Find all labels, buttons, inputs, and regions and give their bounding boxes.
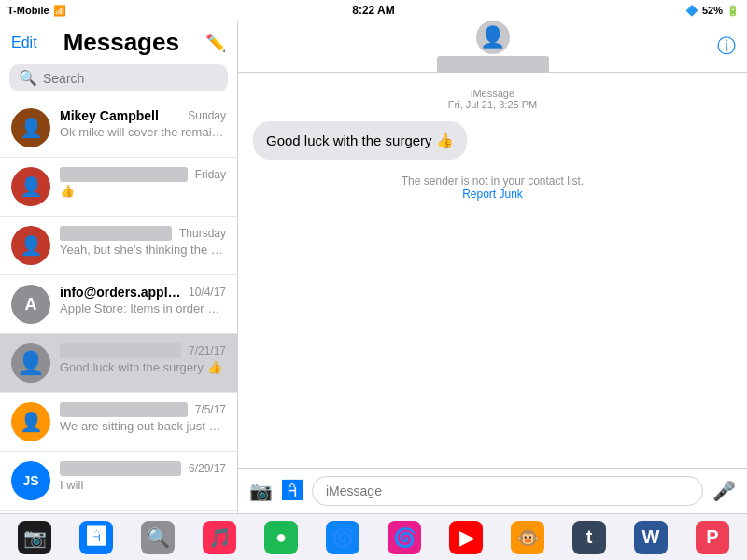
avatar: 👤 xyxy=(11,167,50,206)
conv-content: ██████████████Friday👍 xyxy=(60,167,226,198)
search-icon: 🔍 xyxy=(19,69,37,87)
conversation-item[interactable]: 👤██████████████7/21/17Good luck with the… xyxy=(0,334,237,393)
status-right: 🔷 52% 🔋 xyxy=(685,5,740,17)
conv-time: Friday xyxy=(195,168,226,181)
status-left: T-Mobile 📶 xyxy=(7,5,66,17)
conv-preview: 👍 xyxy=(60,184,226,198)
conv-time: 7/5/17 xyxy=(195,403,226,416)
spotify-dock[interactable]: ● xyxy=(264,521,298,554)
search-dock[interactable]: 🔍 xyxy=(141,521,175,554)
chat-panel: 👤 ⓘ iMessage Fri, Jul 21, 3:25 PM Good l… xyxy=(238,21,747,513)
conversation-item[interactable]: 👤Mikey CampbellSundayOk mike will cover … xyxy=(0,99,237,158)
battery-label: 52% xyxy=(702,5,723,16)
conversation-list: 👤Mikey CampbellSundayOk mike will cover … xyxy=(0,99,237,513)
conv-preview: I will xyxy=(60,478,226,492)
conv-content: Mikey CampbellSundayOk mike will cover t… xyxy=(60,108,226,139)
message-bubble-incoming: Good luck with the surgery 👍 xyxy=(253,121,467,160)
message-time-header: iMessage Fri, Jul 21, 3:25 PM xyxy=(253,88,732,110)
conv-preview: Yeah, but she's thinking the ra... xyxy=(60,243,226,257)
conversation-item[interactable]: JS██████████████6/29/17I will xyxy=(0,452,237,511)
conv-content: ██████████████6/29/17I will xyxy=(60,461,226,492)
conv-content: ██████████████7/21/17Good luck with the … xyxy=(60,343,226,374)
conv-name: ██████████████ xyxy=(60,343,181,358)
avatar: 👤 xyxy=(11,108,50,147)
chat-header: 👤 ⓘ xyxy=(238,21,747,73)
camera-input-button[interactable]: 📷 xyxy=(249,480,273,502)
edit-button[interactable]: Edit xyxy=(11,35,37,51)
carrier-label: T-Mobile xyxy=(7,5,49,16)
pocket-dock[interactable]: P xyxy=(696,521,729,554)
chat-avatar: 👤 xyxy=(476,21,510,54)
conv-name: Mikey Campbell xyxy=(60,108,159,123)
word-dock[interactable]: W xyxy=(634,521,668,554)
search-input[interactable] xyxy=(43,71,218,86)
chat-name-bar xyxy=(437,56,549,73)
avatar: 👤 xyxy=(11,226,50,265)
chat-input-area: 📷 🅰 🎤 xyxy=(238,468,747,513)
tumblr-dock[interactable]: t xyxy=(572,521,606,554)
wifi-icon: 📶 xyxy=(53,5,66,17)
report-junk-text: The sender is not in your contact list. xyxy=(402,175,584,188)
conversation-item[interactable]: 👤██████████████ThursdayYeah, but she's t… xyxy=(0,217,237,275)
browser-dock[interactable]: 🌀 xyxy=(326,521,359,554)
battery-icon: 🔋 xyxy=(726,5,740,17)
conv-content: info@orders.apple....10/4/17Apple Store:… xyxy=(60,285,226,315)
info-button[interactable]: ⓘ xyxy=(717,34,736,59)
avatar: JS xyxy=(11,461,50,500)
conv-content: ██████████████7/5/17We are sitting out b… xyxy=(60,402,226,433)
bluetooth-icon: 🔷 xyxy=(685,5,698,17)
status-time: 8:22 AM xyxy=(352,4,395,17)
conv-name: ██████████████ xyxy=(60,461,181,476)
camera-dock[interactable]: 📷 xyxy=(18,521,51,554)
conv-content: ██████████████ThursdayYeah, but she's th… xyxy=(60,226,226,257)
music-dock[interactable]: 🎵 xyxy=(203,521,236,554)
conv-time: Thursday xyxy=(179,227,226,240)
conv-preview: Apple Store: Items in order W5... xyxy=(60,301,226,315)
conv-time: Sunday xyxy=(188,109,226,122)
chat-contact-info: 👤 xyxy=(437,21,549,73)
conv-time: 6/29/17 xyxy=(189,462,226,475)
sidebar-title: Messages xyxy=(63,28,179,57)
conversation-item[interactable]: 👤██████████████7/5/17We are sitting out … xyxy=(0,393,237,452)
conv-preview: Good luck with the surgery 👍 xyxy=(60,360,226,374)
conv-preview: We are sitting out back just come in xyxy=(60,419,226,433)
bottom-dock: 📷🅰🔍🎵●🌀🌀▶🐵tWP xyxy=(0,513,747,560)
conversation-item[interactable]: 👤██████████████Friday👍 xyxy=(0,158,237,217)
compose-button[interactable]: ✏️ xyxy=(205,33,226,53)
search-bar[interactable]: 🔍 xyxy=(9,64,228,91)
status-bar: T-Mobile 📶 8:22 AM 🔷 52% 🔋 xyxy=(0,0,747,21)
avatar: 👤 xyxy=(11,402,50,441)
avatar: A xyxy=(11,285,50,324)
conv-name: info@orders.apple.... xyxy=(60,285,181,300)
sidebar: Edit Messages ✏️ 🔍 👤Mikey CampbellSunday… xyxy=(0,21,238,513)
conv-name: ██████████████ xyxy=(60,226,172,241)
conv-preview: Ok mike will cover the remainder xyxy=(60,125,226,139)
conv-name: ██████████████ xyxy=(60,167,188,182)
avatar: 👤 xyxy=(11,343,50,383)
report-junk-container: The sender is not in your contact list. … xyxy=(253,175,732,201)
sidebar-header: Edit Messages ✏️ xyxy=(0,21,237,61)
youtube-dock[interactable]: ▶ xyxy=(449,521,483,554)
appstore-dock[interactable]: 🅰 xyxy=(79,521,113,554)
appstore-input-button[interactable]: 🅰 xyxy=(282,479,303,503)
mic-button[interactable]: 🎤 xyxy=(712,480,736,502)
conv-name: ██████████████ xyxy=(60,402,188,417)
main-layout: Edit Messages ✏️ 🔍 👤Mikey CampbellSunday… xyxy=(0,21,747,513)
conversation-item[interactable]: Ainfo@orders.apple....10/4/17Apple Store… xyxy=(0,275,237,334)
conv-time: 7/21/17 xyxy=(189,344,226,357)
report-junk-link[interactable]: Report Junk xyxy=(462,188,523,201)
chat-messages: iMessage Fri, Jul 21, 3:25 PM Good luck … xyxy=(238,73,747,468)
message-input[interactable] xyxy=(312,476,703,506)
swirl-dock[interactable]: 🌀 xyxy=(388,521,421,554)
conv-time: 10/4/17 xyxy=(189,286,226,299)
monkey-dock[interactable]: 🐵 xyxy=(511,521,544,554)
